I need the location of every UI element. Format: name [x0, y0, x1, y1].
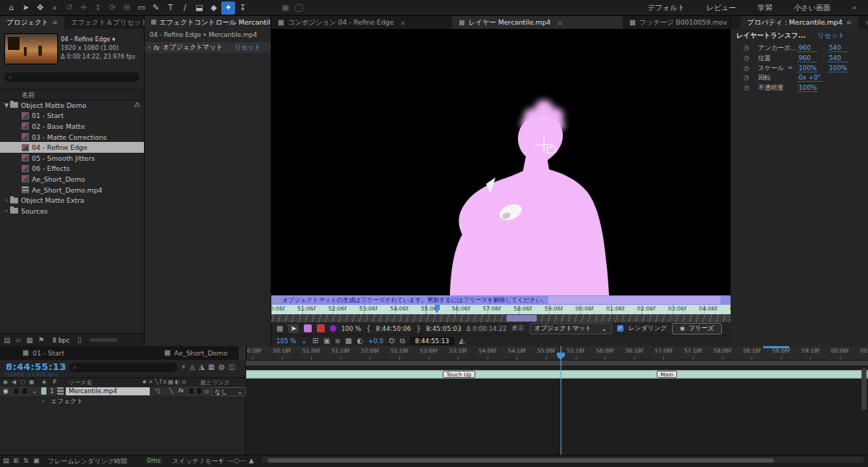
dolly-camera-tool[interactable]: ↕ — [91, 1, 105, 14]
roto-brush-tool[interactable]: ✦ — [221, 1, 235, 14]
project-item[interactable]: 06 - Effects — [0, 164, 144, 174]
effect-object-matte[interactable]: › fx オブジェクトマット リセット — [145, 42, 271, 53]
roto-cursor-icon[interactable]: ➤ — [288, 324, 298, 333]
property-value[interactable]: 0x +0° — [797, 74, 822, 82]
property-value[interactable]: 540 — [827, 44, 848, 52]
freeze-button[interactable]: ✻フリーズ — [672, 323, 722, 335]
layer-trim-bar[interactable] — [271, 314, 731, 322]
clone-stamp-tool[interactable]: ⬓ — [192, 1, 206, 14]
timeline-tab-0[interactable]: 01 - Start — [16, 346, 71, 360]
fx-switch-icon[interactable]: fx — [178, 387, 184, 394]
chevron-down-icon[interactable]: ⌄ — [32, 387, 37, 395]
stopwatch-icon[interactable]: ◷ — [744, 54, 749, 62]
panel-menu-icon[interactable]: ≡ — [557, 19, 563, 27]
magnification-value[interactable]: 105 % — [276, 337, 296, 345]
matte-edge-icon[interactable] — [317, 324, 325, 332]
project-flowchart-icon[interactable]: ⚑ — [38, 336, 45, 344]
chevron-down-icon[interactable]: ⌄ — [301, 337, 307, 345]
tab-layer-viewer[interactable]: レイヤー Mercantile.mp4 ≡ — [452, 16, 623, 29]
draft-3d-icon[interactable]: ◬ — [190, 363, 195, 371]
zoom-tool[interactable]: ⌕ — [48, 1, 61, 14]
switches-modes-label[interactable]: スイッチ / モード — [172, 457, 225, 466]
thumbnail-size-slider[interactable] — [90, 338, 117, 342]
project-item[interactable]: Ae_Short_Demo.mp4 — [0, 185, 144, 195]
rectangle-tool[interactable]: ▭ — [135, 1, 148, 14]
layer-marker[interactable]: Main — [657, 371, 677, 378]
in-point-icon[interactable]: { — [366, 325, 370, 332]
property-value[interactable]: 960 — [797, 54, 817, 62]
view-mode-dropdown[interactable]: オブジェクトマット⌄ — [529, 323, 612, 335]
property-value[interactable]: 100% — [797, 64, 818, 72]
tab-composition-viewer[interactable]: コンポジション 04 - Refine Edge × — [271, 16, 452, 29]
brush-tool[interactable]: ∕ — [178, 1, 192, 14]
transparency-grid-small-icon[interactable]: ▩ — [345, 337, 352, 345]
parent-pickwhip-icon[interactable]: ◎ — [204, 388, 209, 395]
in-point-time[interactable]: 8:44:50:06 — [376, 325, 412, 332]
transform-reset-link[interactable]: リセット — [817, 31, 845, 41]
expander-icon[interactable]: › — [3, 197, 10, 203]
playhead-line[interactable] — [561, 346, 561, 455]
layer-name[interactable]: Mercantile.mp4 — [66, 387, 150, 395]
parent-dropdown[interactable]: なし⌄ — [211, 387, 246, 396]
panel-menu-icon[interactable]: ≡ — [846, 19, 852, 26]
expand-icon[interactable]: › — [145, 44, 153, 51]
layer-marker[interactable]: Touch Up — [443, 371, 475, 378]
motion-blur-toggle[interactable] — [196, 387, 203, 395]
eye-icon[interactable]: ◉ — [3, 387, 9, 395]
close-icon[interactable]: × — [400, 19, 406, 27]
project-search-input[interactable]: ⌕ — [4, 72, 140, 82]
trash-icon[interactable]: ▯ — [77, 336, 82, 344]
property-value[interactable]: 540 — [827, 54, 848, 62]
interpret-footage-icon[interactable]: ▤ — [4, 336, 10, 344]
layer-time-ruler[interactable]: 50:06f51:06f52:06f53:06f54:06f55:06f56:0… — [271, 305, 731, 314]
project-item[interactable]: ▼Object Matte Demo⁂ — [0, 100, 144, 111]
project-item[interactable]: ›Object Matte Extra — [0, 195, 144, 206]
shy-layers-icon[interactable]: ◮ — [199, 363, 205, 371]
zoom-slider-icon[interactable]: —○— — [227, 457, 246, 464]
tab-footage-viewer[interactable]: フッテージ B0010059.mov — [623, 16, 730, 29]
brackets-mini-icon[interactable]: ⇅ — [23, 457, 29, 464]
current-time-display[interactable]: 8:44:55:13 — [6, 361, 67, 372]
pen-tool[interactable]: ✎ — [149, 1, 163, 14]
bit-depth-button[interactable]: 8 bpc — [50, 337, 73, 344]
hand-tool[interactable]: ✥ — [33, 1, 47, 14]
selection-tool[interactable]: ➤ — [19, 1, 33, 14]
pan-camera-tool[interactable]: ✛ — [77, 1, 90, 14]
effects-switch-icon[interactable]: ╲ — [169, 387, 173, 395]
zoom-out-icon[interactable]: ▴ — [219, 457, 222, 463]
lasso-tool[interactable]: ◯ — [292, 1, 306, 14]
stopwatch-icon[interactable]: ◷ — [744, 84, 749, 91]
out-point-icon[interactable]: } — [417, 325, 421, 332]
scrollbar-thumb[interactable] — [268, 458, 774, 463]
effect-reset-link[interactable]: リセット — [234, 43, 261, 52]
frame-blend-toggle[interactable] — [188, 387, 195, 395]
new-composition-icon[interactable]: ▦ — [26, 336, 33, 344]
panel-menu-icon[interactable]: ≡ — [52, 19, 58, 26]
current-time-field[interactable]: 8:44:55:13 — [410, 337, 454, 345]
property-value[interactable]: 100% — [797, 84, 818, 92]
camera-tool[interactable]: ⊞ — [120, 1, 134, 14]
mask-visibility-icon[interactable]: ▣ — [323, 337, 330, 345]
timeline-tab-1[interactable]: Ae_Short_Demo — [158, 346, 234, 360]
matte-color-swatch[interactable] — [330, 325, 336, 332]
trim-handle[interactable] — [506, 315, 537, 321]
tab-effects-presets[interactable]: エフェクト＆プリセット — [64, 16, 155, 29]
layer-viewport[interactable] — [271, 29, 731, 295]
project-item[interactable]: 01 - Start — [0, 111, 144, 122]
region-of-interest-icon[interactable]: ⧈ — [336, 337, 340, 345]
brush-opacity-value[interactable]: 100 % — [341, 325, 361, 332]
timeline-vertical-scrollbar[interactable] — [861, 368, 867, 410]
audio-toggle[interactable] — [13, 387, 20, 395]
expander-icon[interactable]: ▼ — [3, 102, 10, 109]
render-checkbox[interactable]: ✓ — [617, 325, 624, 332]
composition-flowchart-icon[interactable]: ⚡ — [181, 363, 186, 371]
parent-link-column-header[interactable]: 親とリンク — [200, 379, 230, 387]
graph-editor-icon[interactable]: ◫ — [229, 363, 235, 371]
workspace-tab-3[interactable]: 小さい画面 — [793, 3, 830, 13]
channel-icon[interactable]: ◐ — [357, 337, 363, 345]
project-item[interactable]: ›Sources — [0, 206, 144, 216]
comp-name[interactable]: 04 - Refine Edge ▾ — [61, 35, 135, 43]
puppet-pin-tool[interactable]: ↧ — [236, 1, 250, 14]
project-item[interactable]: Ae_Short_Demo — [0, 174, 144, 185]
expander-icon[interactable]: › — [3, 208, 10, 214]
